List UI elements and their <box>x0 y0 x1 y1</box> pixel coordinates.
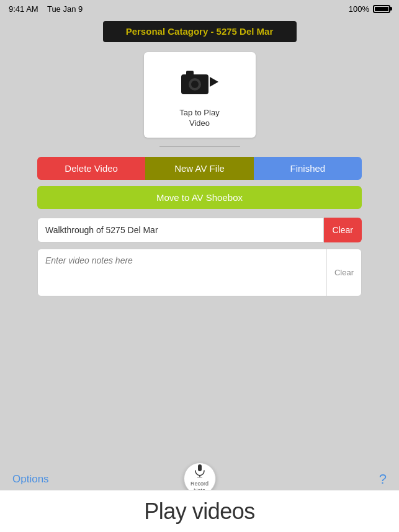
help-button[interactable]: ? <box>379 471 387 487</box>
title-bar: Personal Catagory - 5275 Del Mar <box>103 21 297 42</box>
action-buttons-row: Delete Video New AV File Finished <box>37 157 362 180</box>
title-input-row: Clear <box>37 218 362 242</box>
clear-notes-button[interactable]: Clear <box>326 249 361 296</box>
page-title-text: Play videos <box>144 499 255 525</box>
tap-to-play-label: Tap to Play Video <box>179 108 219 129</box>
video-thumbnail[interactable]: Tap to Play Video <box>144 52 256 138</box>
status-date: Tue Jan 9 <box>47 4 83 14</box>
status-time: 9:41 AM <box>9 4 38 14</box>
status-bar-right: 100% <box>349 4 390 14</box>
main-content: Tap to Play Video Delete Video New AV Fi… <box>0 42 399 296</box>
delete-video-button[interactable]: Delete Video <box>37 157 145 180</box>
finished-button[interactable]: Finished <box>254 157 362 180</box>
svg-rect-3 <box>186 71 194 76</box>
options-button[interactable]: Options <box>12 473 49 485</box>
video-notes-input[interactable] <box>38 249 326 296</box>
notes-container: Clear <box>37 249 362 296</box>
battery-icon <box>373 5 390 13</box>
video-title-input[interactable] <box>37 218 324 242</box>
divider <box>159 146 240 147</box>
page-title-bar: Play videos <box>0 490 399 532</box>
new-av-file-button[interactable]: New AV File <box>145 157 253 180</box>
battery-fill <box>375 7 388 11</box>
svg-marker-4 <box>210 77 218 87</box>
svg-point-2 <box>191 81 199 88</box>
category-title: Personal Catagory - 5275 Del Mar <box>126 26 274 37</box>
camera-icon <box>180 67 220 102</box>
status-bar: 9:41 AM Tue Jan 9 100% <box>0 0 399 17</box>
svg-rect-5 <box>198 464 202 471</box>
move-to-av-shoebox-button[interactable]: Move to AV Shoebox <box>37 186 362 209</box>
bottom-bar: Options ? <box>0 471 399 487</box>
clear-title-button[interactable]: Clear <box>324 218 362 242</box>
battery-percent: 100% <box>349 4 369 14</box>
status-bar-time-date: 9:41 AM Tue Jan 9 <box>9 4 83 14</box>
